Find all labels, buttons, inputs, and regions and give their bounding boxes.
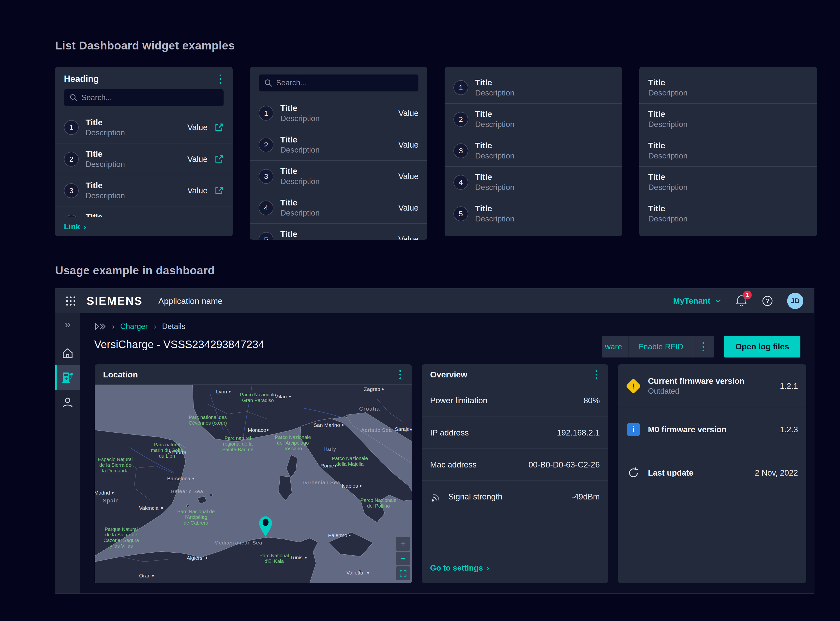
open-log-files-button[interactable]: Open log files [724,336,801,357]
toolbar-kebab-button[interactable] [693,336,714,357]
list-item[interactable]: 2 Title Description Value [55,143,233,175]
avatar[interactable]: JD [787,293,803,309]
list-item[interactable]: 4 Title Description [444,166,622,198]
item-title: Title [475,172,613,182]
item-value: Value [187,154,207,164]
svg-text:Tunis: Tunis [290,554,303,560]
page: List Dashboard widget examples Heading 1… [0,0,840,621]
list-item[interactable]: Title Description [639,166,817,198]
firmware-row-value: 1.2.3 [780,425,798,434]
zoom-in-button[interactable]: + [396,537,410,551]
widget1-list: 1 Title Description Value 2 Title [55,112,233,218]
list-item[interactable]: Title Description [639,198,817,229]
search-icon [69,94,78,103]
breadcrumb-charger[interactable]: Charger [120,322,148,331]
overview-row-value: 192.168.2.1 [557,428,600,438]
svg-text:Rome: Rome [320,463,334,468]
svg-text:Oran: Oran [139,573,151,579]
clipped-firmware-button[interactable]: ware [602,336,628,357]
external-link-icon[interactable] [214,154,224,164]
map-controls: + − [396,537,410,580]
notifications-button[interactable]: 1 [736,294,747,307]
list-item[interactable]: 1 Title Description [444,72,622,103]
sidebar-item-home[interactable] [55,341,80,365]
breadcrumb-details: Details [162,322,186,331]
page-title: VersiCharge - VSSS234293847234 [94,338,264,351]
list-item[interactable]: 3 Title Description Value [250,161,428,192]
item-title: Title [648,172,808,182]
enable-rfid-button[interactable]: Enable RFID [628,336,693,357]
kebab-menu-icon[interactable] [217,73,224,85]
sidebar-item-charger[interactable] [55,365,80,390]
item-value: Value [187,186,207,195]
item-title: Title [648,204,808,213]
firmware-row-value: 2 Nov, 2022 [755,468,798,477]
svg-text:Spain: Spain [103,497,119,504]
list-item[interactable]: 5 Title Description [444,198,622,229]
svg-text:Lyon: Lyon [216,389,227,394]
svg-text:San Marino: San Marino [314,422,340,428]
kebab-menu-icon [700,341,707,353]
svg-text:?: ? [766,297,769,304]
sidebar-expand-button[interactable]: » [55,313,80,335]
overview-row-value: 80% [583,396,600,405]
search-input[interactable] [64,89,224,106]
fullscreen-button[interactable] [396,566,410,580]
widget-card-header: Heading [55,67,233,88]
list-item[interactable]: 2 Title Description Value [250,129,428,161]
list-item[interactable]: 1 Title Description Value [250,97,428,129]
list-item[interactable]: Title Description [639,135,817,166]
overview-card-header: Overview [422,364,608,385]
widgets-section-title: List Dashboard widget examples [55,39,235,52]
item-title: Title [280,103,393,113]
list-item[interactable]: 4 Title Description Value [55,206,233,218]
external-link-icon[interactable] [214,123,224,132]
list-item[interactable]: 1 Title Description Value [55,112,233,143]
kebab-menu-icon[interactable] [593,368,600,381]
app-content: › Charger › Details VersiCharge - VSSS23… [80,313,814,594]
go-to-settings-link[interactable]: Go to settings › [430,563,600,573]
svg-text:Zagreb: Zagreb [364,386,381,392]
location-card-header: Location [95,364,412,385]
item-number-badge: 3 [453,144,468,158]
widget-link[interactable]: Link › [64,222,86,232]
overview-row-value: -49dBm [571,492,600,501]
siemens-logo: SIEMENS [86,294,143,307]
external-link-icon[interactable] [214,186,224,195]
help-button[interactable]: ? [761,295,774,307]
list-item[interactable]: Title Description [639,72,817,103]
list-item[interactable]: 4 Title Description Value [250,192,428,223]
list-item[interactable]: 2 Title Description [444,103,622,135]
item-number-badge: 3 [64,183,79,198]
overview-row: Signal strength -49dBm [422,480,608,512]
kebab-menu-icon[interactable] [397,368,403,381]
svg-text:Parc naturelrégional de laSain: Parc naturelrégional de laSainte-Baume [222,435,254,452]
item-description: Description [86,128,183,137]
svg-text:Milan: Milan [274,394,287,399]
widget-examples-row: Heading 1 Title Description Value [55,67,817,239]
svg-text:Sarajevo: Sarajevo [395,426,412,432]
item-number-badge: 2 [453,112,468,127]
item-description: Description [648,88,808,97]
list-item[interactable]: 5 Title Description Value [250,223,428,239]
firmware-row: Last update 2 Nov, 2022 [618,451,806,494]
breadcrumb-root-icon[interactable] [95,323,106,330]
list-item[interactable]: 3 Title Description Value [55,175,233,206]
zoom-out-button[interactable]: − [396,551,410,565]
svg-text:Tyrrhenian Sea: Tyrrhenian Sea [302,480,340,485]
map[interactable]: LyonParco NazionaleGran ParadisoMilanZag… [95,385,412,583]
info-icon: i [627,423,640,436]
tenant-dropdown[interactable]: MyTenant [673,296,721,306]
item-title: Title [86,118,183,127]
sidebar-item-user[interactable] [55,390,80,415]
firmware-row-title: Last update [648,468,750,477]
search-input[interactable] [259,74,418,91]
list-item[interactable]: 3 Title Description [444,135,622,166]
app-header: SIEMENS Application name MyTenant 1 ? JD [55,289,814,313]
item-value: Value [398,140,418,150]
list-item[interactable]: Title Description [639,103,817,135]
svg-text:Monaco: Monaco [248,427,266,433]
firmware-row-title: Current firmware version [648,376,775,386]
item-title: Title [648,109,808,119]
app-launcher-icon[interactable] [66,297,75,306]
